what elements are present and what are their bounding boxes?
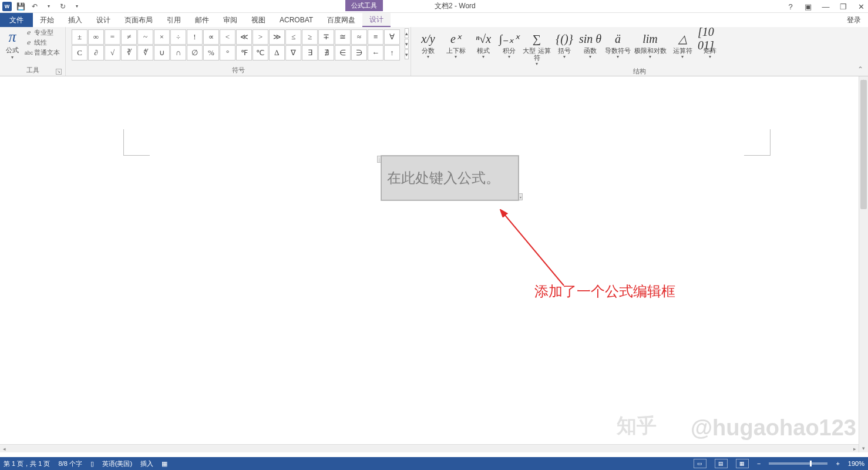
tab-references[interactable]: 引用 [160,13,188,27]
tab-equation-design[interactable]: 设计 [362,13,391,27]
vertical-scrollbar[interactable]: ▴ ▾ [859,76,868,452]
symbol-cell[interactable]: ~ [137,29,153,45]
symbol-cell[interactable]: ∆ [269,45,285,61]
symbol-more[interactable]: ▾ [405,49,409,59]
save-icon[interactable]: 💾 [15,1,26,12]
symbol-cell[interactable]: ∋ [351,45,367,61]
symbol-cell[interactable]: ← [368,45,383,61]
zoom-in-button[interactable]: + [836,460,839,467]
tab-acrobat[interactable]: ACROBAT [272,13,320,27]
hscroll-left-icon[interactable]: ◂ [0,445,8,453]
redo-icon[interactable]: ↻ [58,1,68,12]
hscroll-right-icon[interactable]: ▸ [850,445,859,453]
symbol-cell[interactable]: ! [187,29,203,45]
symbol-cell[interactable]: ℉ [236,45,252,61]
structure-根式[interactable]: ⁿ√x根式▾ [471,29,496,66]
symbol-cell[interactable]: ∃ [302,45,318,61]
symbol-cell[interactable]: ∛ [121,45,137,61]
symbol-scroll-down[interactable]: ▾ [405,39,409,49]
view-print-layout[interactable]: ▤ [715,459,728,468]
status-language[interactable]: 英语(美国) [102,459,132,468]
symbol-cell[interactable]: ≅ [335,29,351,45]
tab-mailings[interactable]: 邮件 [188,13,216,27]
zoom-out-button[interactable]: − [757,460,761,467]
tab-insert[interactable]: 插入 [61,13,89,27]
tools-launcher[interactable]: ↘ [56,69,62,75]
status-page[interactable]: 第 1 页，共 1 页 [4,459,50,468]
symbol-cell[interactable]: ℃ [253,45,268,61]
scroll-thumb[interactable] [860,80,867,209]
symbol-cell[interactable]: ≪ [236,29,252,45]
status-proofing-icon[interactable]: ▯ [90,460,94,468]
equation-handle-left[interactable]: ⋮ [377,156,381,163]
tab-file[interactable]: 文件 [0,13,33,27]
horizontal-scrollbar[interactable]: ◂ ▸ [0,444,859,452]
symbol-cell[interactable]: ≤ [285,29,301,45]
normal-text-button[interactable]: abc普通文本 [25,48,60,57]
structure-函数[interactable]: sin θ函数▾ [578,29,603,66]
structure-导数符号[interactable]: ä导数符号▾ [604,29,632,66]
help-icon[interactable]: ? [785,1,796,12]
symbol-cell[interactable]: > [253,29,268,45]
symbol-cell[interactable]: ≠ [121,29,137,45]
symbol-cell[interactable]: ∅ [187,45,203,61]
tab-design[interactable]: 设计 [89,13,117,27]
symbol-cell[interactable]: ∈ [335,45,351,61]
view-web-layout[interactable]: ▦ [736,459,749,468]
symbol-cell[interactable]: ∓ [318,29,334,45]
symbol-cell[interactable]: % [203,45,219,61]
symbol-cell[interactable]: √ [105,45,120,61]
zoom-slider[interactable] [769,462,827,465]
symbol-cell[interactable]: ∞ [88,29,104,45]
symbol-cell[interactable]: ∝ [203,29,219,45]
symbol-cell[interactable]: = [105,29,120,45]
tab-view[interactable]: 视图 [244,13,272,27]
symbol-cell[interactable]: ∪ [154,45,170,61]
symbol-cell[interactable]: ± [72,29,88,45]
zoom-slider-thumb[interactable] [810,461,812,466]
tab-page-layout[interactable]: 页面布局 [117,13,160,27]
structure-极限和对数[interactable]: lim极限和对数▾ [633,29,667,66]
collapse-ribbon-icon[interactable]: ⌃ [857,65,863,73]
close-button[interactable]: ✕ [855,1,867,12]
structure-分数[interactable]: x/y分数▾ [416,29,440,66]
tab-baidu[interactable]: 百度网盘 [320,13,362,27]
status-insert-mode[interactable]: 插入 [140,459,153,468]
undo-dropdown-icon[interactable]: ▾ [43,1,54,12]
scroll-down-icon[interactable]: ▾ [859,444,868,452]
status-macro-icon[interactable]: ▦ [162,460,167,468]
restore-button[interactable]: ❐ [837,1,849,12]
structure-矩阵[interactable]: [10 01]矩阵▾ [698,29,722,66]
view-read-mode[interactable]: ▭ [694,459,706,468]
undo-icon[interactable]: ↶ [29,1,40,12]
symbol-cell[interactable]: ∂ [88,45,104,61]
qat-customize-icon[interactable]: ▾ [72,1,82,12]
symbol-cell[interactable]: ≈ [351,29,367,45]
structure-积分[interactable]: ∫₋ₓˣ积分▾ [497,29,522,66]
login-link[interactable]: 登录 [842,13,868,27]
symbol-cell[interactable]: ≡ [368,29,383,45]
linear-format-button[interactable]: ℯ线性 [25,38,60,47]
symbol-gallery[interactable]: ±∞=≠~×÷!∝<≪>≫≤≥∓≅≈≡∀C∂√∛∜∪∩∅%°℉℃∆∇∃∄∈∋←↑ [68,28,403,61]
structure-大型运算符[interactable]: ∑大型 运算符▾ [523,29,551,66]
symbol-cell[interactable]: ≫ [269,29,285,45]
symbol-cell[interactable]: C [72,45,88,61]
symbol-cell[interactable]: ∀ [384,29,400,45]
symbol-cell[interactable]: × [154,29,170,45]
equation-dropdown-handle[interactable]: ▾ [519,193,523,200]
symbol-scroll-up[interactable]: ▴ [405,28,409,38]
symbol-cell[interactable]: ∩ [170,45,186,61]
equation-button[interactable]: π 公式 ▾ [2,28,22,60]
document-area[interactable]: ⋮ ▾ 在此处键入公式。 添加了一个公式编辑框 知乎 @hugaohao123 … [0,76,868,452]
zoom-level[interactable]: 190% [848,460,864,467]
minimize-button[interactable]: — [820,1,832,12]
symbol-cell[interactable]: ÷ [170,29,186,45]
symbol-cell[interactable]: ° [220,45,235,61]
equation-editor-box[interactable]: ⋮ ▾ 在此处键入公式。 [381,155,519,201]
tab-home[interactable]: 开始 [33,13,61,27]
structure-括号[interactable]: {()}括号▾ [552,29,577,66]
symbol-cell[interactable]: ↑ [384,45,400,61]
tab-review[interactable]: 审阅 [216,13,244,27]
professional-format-button[interactable]: ℯ专业型 [25,28,60,37]
symbol-cell[interactable]: < [220,29,235,45]
